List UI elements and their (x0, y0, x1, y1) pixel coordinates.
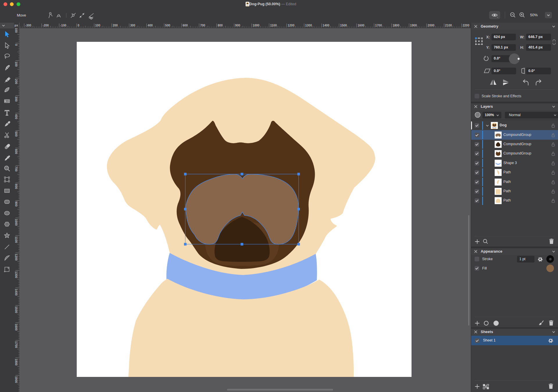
svg-text:100: 100 (15, 62, 18, 67)
svg-text:1100: 1100 (270, 24, 277, 27)
svg-text:700: 700 (15, 166, 18, 172)
svg-text:1200: 1200 (15, 254, 18, 261)
svg-text:1800: 1800 (393, 24, 400, 27)
svg-text:1100: 1100 (15, 236, 18, 243)
svg-text:-100: -100 (60, 24, 66, 27)
svg-text:800: 800 (15, 184, 18, 189)
svg-text:0: 0 (78, 24, 79, 27)
svg-text:1000: 1000 (15, 219, 18, 226)
svg-text:200: 200 (15, 79, 18, 84)
svg-text:1400: 1400 (323, 24, 330, 27)
svg-text:2200: 2200 (463, 24, 470, 27)
svg-text:500: 500 (15, 132, 18, 137)
svg-text:100: 100 (95, 24, 101, 27)
svg-text:900: 900 (235, 24, 240, 27)
svg-text:1300: 1300 (305, 24, 312, 27)
svg-text:300: 300 (130, 24, 135, 27)
svg-text:1900: 1900 (15, 376, 18, 383)
svg-text:-200: -200 (43, 24, 49, 27)
svg-text:200: 200 (113, 24, 118, 27)
svg-text:1700: 1700 (15, 341, 18, 348)
svg-text:0: 0 (15, 44, 18, 46)
svg-text:400: 400 (15, 114, 18, 119)
svg-text:1500: 1500 (340, 24, 347, 27)
svg-text:2000: 2000 (428, 24, 434, 27)
svg-text:2100: 2100 (445, 24, 452, 27)
svg-text:700: 700 (200, 24, 205, 27)
svg-text:1300: 1300 (15, 271, 18, 278)
svg-text:400: 400 (148, 24, 153, 27)
svg-text:300: 300 (15, 96, 18, 102)
svg-text:900: 900 (15, 202, 18, 207)
svg-text:1500: 1500 (15, 306, 18, 313)
svg-text:1000: 1000 (253, 24, 260, 27)
svg-text:600: 600 (15, 149, 18, 154)
svg-text:600: 600 (183, 24, 188, 27)
svg-text:1800: 1800 (15, 359, 18, 366)
svg-text:1900: 1900 (410, 24, 417, 27)
svg-text:1200: 1200 (288, 24, 295, 27)
svg-text:-300: -300 (25, 24, 31, 27)
svg-text:1600: 1600 (358, 24, 365, 27)
svg-text:1700: 1700 (375, 24, 382, 27)
svg-text:500: 500 (165, 24, 170, 27)
svg-text:1400: 1400 (15, 289, 18, 296)
svg-text:800: 800 (218, 24, 223, 27)
svg-text:1600: 1600 (15, 324, 18, 331)
svg-text:-100: -100 (15, 28, 18, 33)
